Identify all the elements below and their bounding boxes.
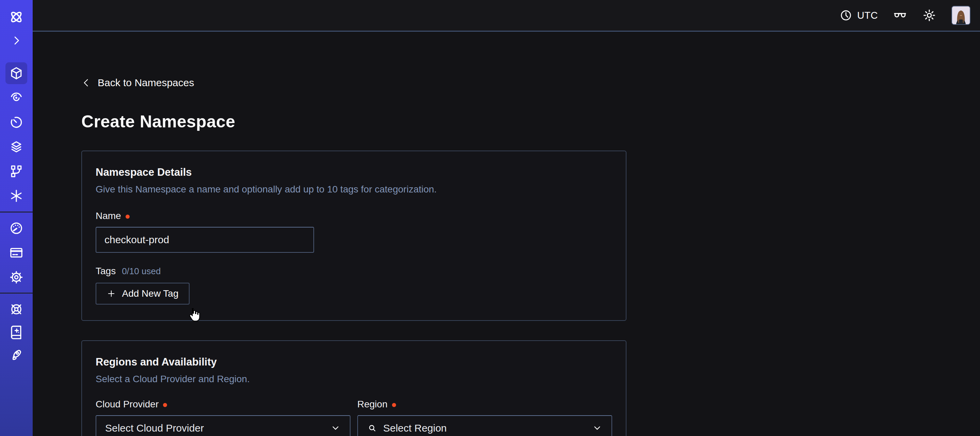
user-avatar[interactable] xyxy=(951,6,970,25)
card-subtitle: Give this Namespace a name and optionall… xyxy=(95,184,612,195)
back-to-namespaces-link[interactable]: Back to Namespaces xyxy=(81,77,194,89)
plus-icon xyxy=(107,289,116,299)
cloud-provider-label: Cloud Provider xyxy=(95,399,350,410)
tags-label: Tags xyxy=(95,266,116,276)
main-content: Back to Namespaces Create Namespace Name… xyxy=(33,33,980,436)
sidebar-item-docs[interactable] xyxy=(5,321,27,343)
tags-label-row: Tags 0/10 used xyxy=(95,266,612,276)
sidebar-divider xyxy=(0,292,33,294)
sidebar-item-deployments[interactable] xyxy=(5,136,27,158)
required-dot xyxy=(126,215,130,219)
cloud-provider-placeholder: Select Cloud Provider xyxy=(105,422,204,434)
sidebar-item-nexus[interactable] xyxy=(5,185,27,207)
name-field-label: Name xyxy=(95,211,612,221)
required-dot xyxy=(392,403,396,407)
timezone-selector[interactable]: UTC xyxy=(840,9,878,22)
cloud-provider-select[interactable]: Select Cloud Provider xyxy=(95,415,350,436)
sun-icon xyxy=(922,8,937,22)
region-label: Region xyxy=(357,399,612,410)
sidebar xyxy=(0,0,33,436)
back-link-label: Back to Namespaces xyxy=(98,77,194,89)
clock-icon xyxy=(840,9,853,22)
chevron-down-icon xyxy=(592,423,603,434)
chevron-left-icon xyxy=(81,78,92,88)
tags-counter: 0/10 used xyxy=(122,266,161,276)
sidebar-item-getting-started[interactable] xyxy=(5,344,27,366)
temporal-logo-icon[interactable] xyxy=(5,6,27,28)
timezone-label: UTC xyxy=(857,10,878,21)
topbar: UTC xyxy=(33,0,980,32)
required-dot xyxy=(163,403,167,407)
sidebar-item-settings[interactable] xyxy=(5,267,27,288)
sidebar-divider xyxy=(0,212,33,212)
region-placeholder: Select Region xyxy=(383,422,447,434)
sidebar-expand-button[interactable] xyxy=(5,30,27,51)
cloud-provider-field: Cloud Provider Select Cloud Provider xyxy=(95,399,350,436)
card-subtitle: Select a Cloud Provider and Region. xyxy=(95,374,612,385)
namespace-details-card: Namespace Details Give this Namespace a … xyxy=(81,150,627,321)
sidebar-item-billing[interactable] xyxy=(5,242,27,264)
sidebar-item-namespaces[interactable] xyxy=(5,62,27,84)
sidebar-item-batch-operations[interactable] xyxy=(5,160,27,182)
region-field: Region Select Region xyxy=(357,399,612,436)
card-title: Regions and Availability xyxy=(95,356,612,368)
namespace-name-input[interactable] xyxy=(95,227,314,253)
theme-toggle-button[interactable] xyxy=(922,8,937,22)
sidebar-item-support[interactable] xyxy=(5,299,27,320)
chevron-down-icon xyxy=(330,423,341,434)
glasses-icon xyxy=(893,8,907,22)
page-title: Create Namespace xyxy=(81,112,980,131)
regions-availability-card: Regions and Availability Select a Cloud … xyxy=(81,340,627,436)
add-new-tag-button[interactable]: Add New Tag xyxy=(95,283,189,305)
sidebar-item-schedules[interactable] xyxy=(5,112,27,133)
card-title: Namespace Details xyxy=(95,166,612,179)
search-icon xyxy=(367,423,378,434)
sidebar-item-usage[interactable] xyxy=(5,217,27,239)
region-select[interactable]: Select Region xyxy=(357,415,612,436)
labs-mode-button[interactable] xyxy=(893,8,907,22)
sidebar-item-workflows[interactable] xyxy=(5,87,27,109)
